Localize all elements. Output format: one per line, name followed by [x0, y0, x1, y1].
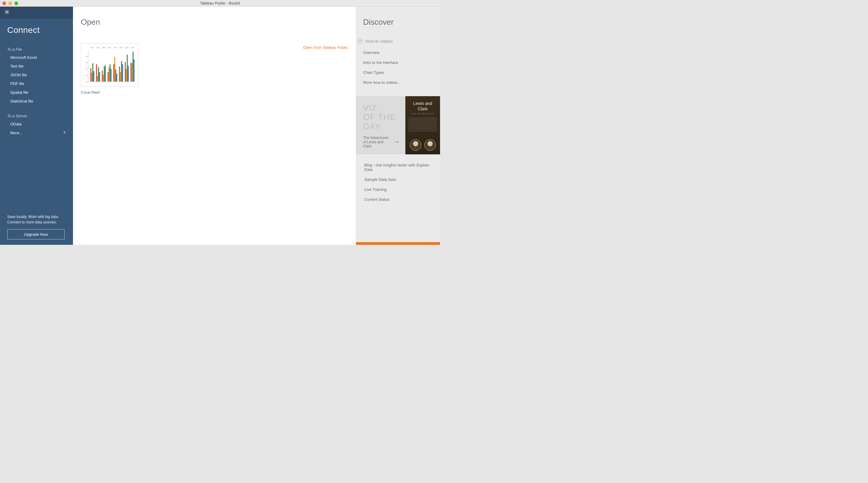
howto-section-header: How-to Videos [358, 39, 433, 44]
sidebar-item-text-file[interactable]: Text file [7, 64, 66, 68]
sidebar-item-json-file[interactable]: JSON file [7, 73, 66, 77]
svg-rect-18 [104, 66, 105, 82]
svg-rect-11 [96, 64, 97, 82]
server-items: OData More... [7, 122, 66, 135]
votd-cover-text-lines [408, 118, 437, 137]
window-title: Tableau Public - Book3 [0, 1, 440, 5]
svg-rect-41 [131, 63, 131, 82]
sidebar-item-label: Statistical file [10, 99, 33, 103]
svg-rect-42 [131, 63, 132, 82]
svg-text:2012: 2012 [102, 47, 105, 49]
tableau-logo-icon [4, 9, 10, 16]
discover-column: Discover How-to Videos Overview Intro to… [356, 7, 440, 245]
workbook-thumbnail-image[interactable]: 201020112012201320142015201620170.00.20.… [81, 43, 138, 87]
svg-rect-27 [114, 57, 115, 82]
svg-rect-6 [91, 68, 91, 82]
lower-link-current-status[interactable]: Current Status [364, 197, 433, 202]
svg-rect-31 [119, 66, 120, 82]
chevron-right-icon [63, 131, 66, 135]
howto-link-overview[interactable]: Overview [363, 50, 433, 55]
svg-rect-39 [128, 66, 129, 82]
svg-rect-32 [120, 72, 121, 82]
upgrade-button[interactable]: Upgrade Now [7, 229, 65, 239]
svg-text:2013: 2013 [108, 47, 111, 49]
svg-rect-38 [127, 55, 128, 82]
svg-rect-13 [98, 67, 99, 82]
play-icon [358, 39, 363, 44]
portrait-icon [424, 139, 436, 151]
svg-text:2015: 2015 [119, 47, 123, 49]
sidebar-item-pdf-file[interactable]: PDF file [7, 82, 66, 86]
sidebar-item-odata[interactable]: OData [7, 122, 66, 126]
sidebar-item-label: PDF file [10, 82, 24, 86]
portrait-icon [410, 139, 421, 151]
votd-portraits [410, 139, 436, 151]
sidebar-item-label: Text file [10, 64, 24, 68]
app-body: Connect To a File Microsoft Excel Text f… [0, 7, 440, 245]
svg-rect-8 [92, 63, 93, 82]
sidebar-item-label: OData [10, 122, 22, 126]
svg-rect-29 [116, 73, 117, 82]
upgrade-note: Save locally. Work with big data. Connec… [7, 214, 66, 225]
sidebar-item-label: More... [10, 131, 22, 135]
sidebar-item-spatial-file[interactable]: Spatial file [7, 90, 66, 95]
svg-rect-16 [102, 70, 103, 82]
svg-rect-7 [91, 73, 92, 82]
server-section-title: To a Server [7, 114, 66, 118]
sidebar-item-label: Microsoft Excel [10, 55, 37, 60]
lower-link-live-training[interactable]: Live Training [364, 187, 433, 192]
lower-link-blog[interactable]: Blog - Get insights faster with Explain … [364, 163, 433, 172]
svg-rect-43 [133, 52, 134, 82]
howto-link-more[interactable]: More how-to videos... [363, 80, 433, 85]
workbook-thumbnail-caption: Coral Reef [81, 90, 138, 95]
votd-cover-title: Lewis and Clark [408, 101, 437, 111]
brand-row [0, 7, 73, 19]
discover-lower-links: Blog - Get insights faster with Explain … [356, 154, 440, 202]
svg-rect-9 [93, 71, 94, 82]
sidebar-item-label: Spatial file [10, 90, 28, 95]
svg-rect-21 [108, 72, 108, 82]
sidebar-item-excel[interactable]: Microsoft Excel [7, 55, 66, 60]
svg-rect-12 [97, 76, 98, 82]
svg-rect-26 [114, 64, 114, 82]
svg-rect-14 [99, 72, 100, 82]
file-items: Microsoft Excel Text file JSON file PDF … [7, 55, 66, 103]
lower-link-sample-data[interactable]: Sample Data Sets [364, 177, 433, 182]
votd-subtitle: The Adventures of Lewis and Clark [363, 136, 399, 148]
footer-accent-strip [356, 242, 440, 245]
sidebar-item-more[interactable]: More... [7, 131, 66, 135]
sidebar-item-label: JSON file [10, 73, 27, 77]
svg-rect-28 [115, 70, 116, 82]
svg-text:0.2: 0.2 [86, 75, 88, 76]
sidebar-heading: Connect [7, 25, 66, 35]
svg-rect-34 [122, 64, 123, 82]
sidebar-item-statistical-file[interactable]: Statistical file [7, 99, 66, 103]
svg-text:2011: 2011 [96, 47, 100, 49]
svg-text:2017: 2017 [131, 47, 134, 49]
howto-link-chart-types[interactable]: Chart Types [363, 70, 433, 75]
svg-text:2016: 2016 [125, 47, 128, 49]
sidebar-content: Connect To a File Microsoft Excel Text f… [0, 19, 73, 245]
open-column: Open Open from Tableau Public 2010201120… [73, 7, 356, 245]
howto-link-intro-interface[interactable]: Intro to the Interface [363, 60, 433, 65]
svg-text:0.0: 0.0 [86, 81, 88, 83]
votd-left: VIZ OF THE DAY The Adventures of Lewis a… [356, 96, 405, 154]
svg-rect-22 [108, 67, 110, 82]
votd-cover-subtitle: THE EXPEDITION [411, 113, 434, 115]
howto-title: How-to Videos [366, 39, 393, 44]
arrow-right-icon [395, 140, 399, 144]
svg-rect-37 [126, 69, 127, 82]
viz-of-the-day-card[interactable]: VIZ OF THE DAY The Adventures of Lewis a… [356, 96, 440, 154]
thumbnails: 201020112012201320142015201620170.00.20.… [81, 43, 348, 95]
sidebar: Connect To a File Microsoft Excel Text f… [0, 7, 73, 245]
app-window: Tableau Public - Book3 Connect To a File… [0, 0, 440, 245]
votd-cover: Lewis and Clark THE EXPEDITION [405, 96, 440, 154]
svg-text:0.8: 0.8 [86, 56, 88, 57]
open-from-public-link[interactable]: Open from Tableau Public [303, 45, 348, 50]
file-section-title: To a File [7, 47, 66, 52]
svg-text:2014: 2014 [114, 47, 117, 49]
votd-big-text: VIZ OF THE DAY [363, 103, 399, 131]
titlebar: Tableau Public - Book3 [0, 0, 440, 7]
svg-rect-36 [125, 62, 126, 82]
howto-links: Overview Intro to the Interface Chart Ty… [363, 50, 433, 85]
